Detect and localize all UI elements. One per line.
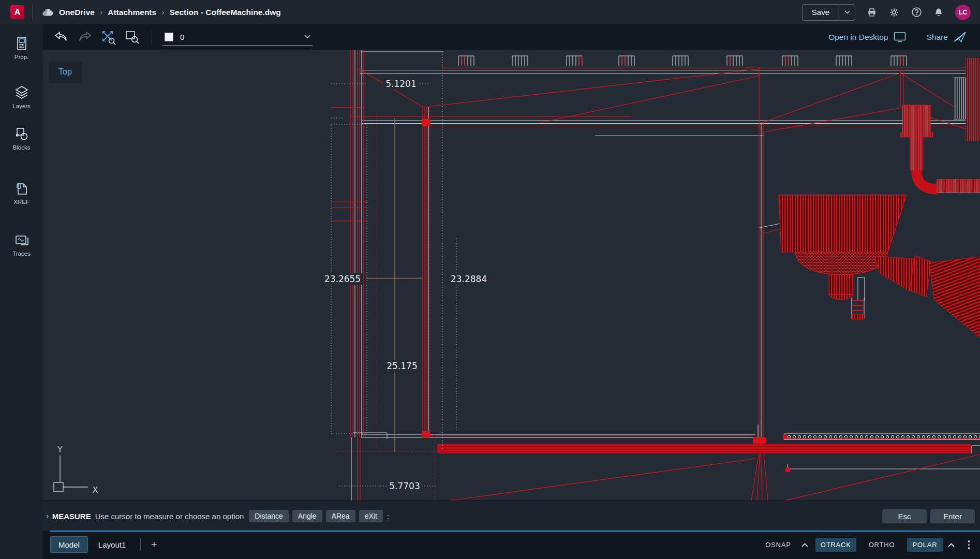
red-knots — [422, 119, 790, 472]
sidebar-item-xref[interactable]: XREF — [0, 181, 43, 205]
layout-tabs: Model Layout1 + — [50, 536, 161, 553]
drawing-canvas[interactable]: Y X Top 5.1201 23.2655 23.2884 25.175 5.… — [43, 50, 980, 501]
share-label: Share — [927, 33, 948, 42]
breadcrumb-separator: › — [161, 8, 164, 17]
toggle-otrack[interactable]: OTRACK — [815, 538, 856, 552]
notifications-button[interactable] — [933, 7, 944, 18]
dimension-label: 23.2884 — [448, 273, 489, 285]
sidebar-item-label: Prop. — [14, 54, 29, 60]
autocad-logo-icon[interactable]: A — [10, 5, 24, 19]
share-button[interactable]: Share — [927, 31, 967, 43]
breadcrumb-onedrive[interactable]: OneDrive — [59, 8, 95, 17]
traces-icon — [14, 232, 29, 248]
ucs-x-label: X — [93, 485, 98, 495]
onedrive-cloud-icon — [41, 8, 54, 17]
left-sidebar: Prop. Layers Blocks XREF Traces — [0, 24, 43, 559]
help-button[interactable] — [911, 7, 922, 18]
sidebar-item-label: XREF — [13, 199, 29, 205]
sidebar-item-traces[interactable]: Traces — [0, 232, 43, 257]
view-cube-label[interactable]: Top — [49, 61, 82, 83]
help-icon — [911, 7, 922, 18]
redo-button[interactable] — [76, 28, 94, 46]
group-head-assembly — [779, 105, 980, 337]
dimension-label: 5.1201 — [383, 78, 419, 90]
divider — [32, 5, 33, 20]
redo-icon — [77, 31, 93, 44]
xref-icon — [14, 181, 29, 196]
zoom-window-button[interactable] — [124, 28, 141, 46]
command-options: Distance Angle ARea eXit — [249, 510, 382, 522]
layer-color-swatch — [165, 33, 173, 41]
more-settings-button[interactable] — [966, 538, 972, 551]
save-dropdown-button[interactable] — [839, 5, 855, 20]
chevron-down-icon — [844, 10, 850, 14]
save-split-button: Save — [802, 4, 855, 21]
option-exit-button[interactable]: eXit — [359, 510, 383, 522]
topbar-actions: Save LC — [802, 0, 971, 24]
hatch-tick-row — [458, 56, 907, 66]
enter-button[interactable]: Enter — [930, 509, 975, 523]
toggle-polar[interactable]: POLAR — [907, 538, 942, 552]
layers-icon — [14, 85, 29, 100]
status-bar: Model Layout1 + OSNAP OTRACK ORTHO POLAR — [43, 531, 980, 559]
measure-lines — [366, 118, 423, 452]
toggle-osnap[interactable]: OSNAP — [760, 538, 796, 552]
dotted-selection — [331, 52, 456, 486]
open-in-desktop-label: Open in Desktop — [828, 33, 888, 42]
measure-icon — [100, 29, 117, 46]
drafting-toggles: OSNAP OTRACK ORTHO POLAR — [760, 531, 972, 559]
chevron-down-icon — [304, 35, 310, 39]
settings-button[interactable] — [888, 7, 900, 18]
save-button[interactable]: Save — [803, 5, 839, 20]
tab-layout1[interactable]: Layout1 — [90, 536, 134, 553]
coil-row — [784, 435, 980, 439]
avatar[interactable]: LC — [955, 5, 971, 20]
sidebar-item-properties[interactable]: Prop. — [0, 36, 43, 60]
tab-model[interactable]: Model — [50, 536, 88, 553]
document-title: Section - CoffeeMachine.dwg — [169, 8, 280, 17]
ucs-y-label: Y — [57, 445, 63, 454]
dimension-label: 5.7703 — [387, 480, 422, 492]
zoom-window-icon — [125, 30, 140, 45]
top-bar: A OneDrive › Attachments › Section - Cof… — [0, 0, 980, 24]
osnap-chevron-up-icon[interactable] — [801, 543, 808, 547]
option-distance-button[interactable]: Distance — [249, 510, 288, 522]
cad-drawing[interactable]: Y X — [43, 50, 980, 501]
toolbar-left: 0 — [52, 24, 313, 50]
command-keys: Esc Enter — [882, 501, 975, 531]
open-in-desktop-button[interactable]: Open in Desktop — [828, 32, 905, 42]
layer-current-value: 0 — [180, 33, 304, 41]
command-bar: › MEASURE Use cursor to measure or choos… — [43, 501, 980, 531]
measure-tool-button[interactable] — [100, 28, 117, 46]
desktop-monitor-icon — [894, 32, 906, 42]
layer-dropdown[interactable]: 0 — [162, 28, 313, 46]
breadcrumb-attachments[interactable]: Attachments — [108, 8, 156, 17]
divider — [140, 538, 141, 551]
gear-icon — [889, 7, 899, 18]
esc-button[interactable]: Esc — [882, 509, 927, 523]
sidebar-item-label: Layers — [12, 103, 31, 109]
breadcrumb-separator: › — [100, 8, 102, 17]
polar-chevron-up-icon[interactable] — [948, 543, 955, 547]
toolbar-right: Open in Desktop Share — [828, 24, 967, 50]
undo-button[interactable] — [52, 28, 70, 46]
printer-icon — [867, 7, 877, 18]
command-input-cursor[interactable]: : — [387, 512, 389, 521]
drawing-toolbar: 0 Open in Desktop Share — [43, 24, 980, 50]
option-angle-button[interactable]: Angle — [292, 510, 322, 522]
red-dashed-lines — [334, 107, 437, 501]
dimension-label: 25.175 — [384, 360, 420, 372]
ucs-icon — [54, 455, 88, 492]
print-button[interactable] — [866, 7, 878, 18]
add-layout-button[interactable]: + — [147, 539, 161, 550]
prompt-chevron-icon: › — [46, 511, 49, 521]
divider — [152, 30, 152, 45]
dimension-label: 23.2655 — [322, 273, 363, 285]
option-area-button[interactable]: ARea — [326, 510, 355, 522]
sidebar-item-blocks[interactable]: Blocks — [0, 126, 43, 151]
sidebar-item-layers[interactable]: Layers — [0, 85, 43, 109]
toggle-ortho[interactable]: ORTHO — [864, 538, 900, 552]
bell-icon — [933, 7, 944, 18]
blocks-icon — [14, 126, 29, 142]
sidebar-item-label: Blocks — [13, 144, 31, 151]
